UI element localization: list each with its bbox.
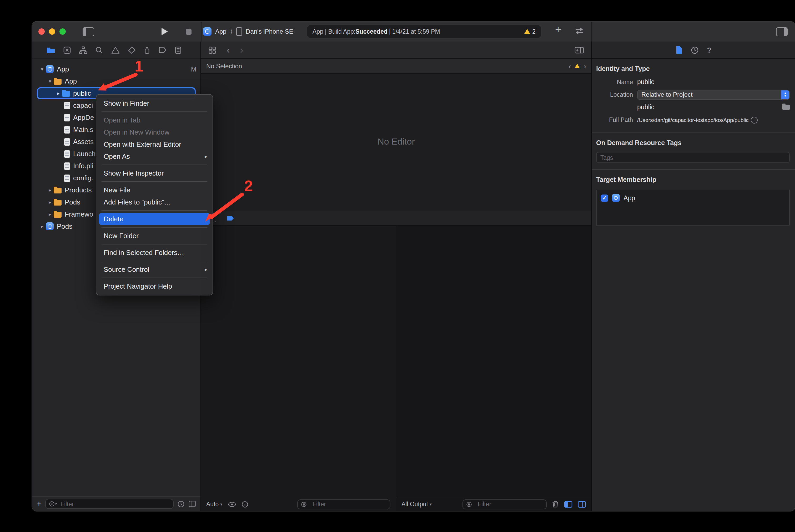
menu-item-open-in-tab: Open in Tab — [96, 114, 213, 126]
menu-item-new-folder[interactable]: New Folder — [96, 230, 213, 242]
variables-filter-input[interactable] — [311, 500, 387, 508]
breakpoint-navigator-icon[interactable] — [158, 46, 167, 54]
filter-icon — [49, 501, 57, 507]
code-review-button[interactable] — [574, 27, 584, 35]
related-items-icon[interactable] — [209, 46, 216, 54]
run-button[interactable] — [162, 28, 168, 35]
history-inspector-tab[interactable] — [690, 46, 699, 54]
project-navigator-icon[interactable] — [46, 46, 55, 54]
modified-badge: M — [191, 65, 196, 73]
tree-row-label: Pods — [65, 198, 80, 206]
folder-row: public — [592, 101, 795, 114]
variables-scope-popup[interactable]: Auto ▾ — [206, 501, 222, 507]
toolbar-divider — [201, 22, 201, 41]
scheme-selector[interactable]: App ⟩ Dan's iPhone SE — [203, 27, 293, 36]
app-scheme-icon — [203, 27, 212, 36]
location-popup[interactable]: Relative to Project ▲ ▼ — [637, 90, 790, 100]
target-section-header: Target Membership — [592, 169, 795, 187]
quick-help-inspector-tab[interactable]: ? — [707, 46, 711, 54]
recent-files-icon[interactable] — [177, 500, 185, 508]
activity-view[interactable]: App | Build App: Succeeded | 1/4/21 at 5… — [307, 25, 541, 38]
name-value[interactable]: public — [637, 78, 654, 86]
navigator-toggle-button[interactable] — [83, 27, 94, 36]
menu-item-delete[interactable]: Delete — [99, 213, 210, 225]
disclosure-icon[interactable]: ▸ — [46, 187, 54, 193]
menu-item-open-as[interactable]: Open As▸ — [96, 150, 213, 163]
next-issue-button[interactable]: › — [584, 62, 586, 70]
variables-filter-field[interactable] — [297, 499, 391, 509]
warning-badge[interactable]: 2 — [524, 28, 536, 35]
editor-toolbar: ‹ › — [201, 41, 591, 59]
menu-separator — [102, 182, 207, 182]
editor-pane: ‹ › No Selection ‹ › No Editor — [201, 41, 591, 511]
menu-item-source-control[interactable]: Source Control▸ — [96, 263, 213, 276]
show-variables-pane-icon[interactable] — [564, 501, 573, 508]
inspector-pane: ? Identity and Type Name public Location… — [591, 41, 795, 511]
previous-issue-button[interactable]: ‹ — [568, 62, 571, 70]
menu-separator — [102, 210, 207, 211]
clear-console-trash-icon[interactable] — [552, 500, 559, 508]
tree-row-label: Launch — [73, 150, 95, 158]
report-navigator-icon[interactable] — [175, 46, 182, 54]
chevron-down-icon: ▾ — [220, 502, 222, 507]
source-control-navigator-icon[interactable] — [63, 46, 71, 54]
console-filter-input[interactable] — [477, 500, 543, 508]
source-control-filter-icon[interactable] — [188, 500, 196, 507]
file-inspector-tab[interactable] — [675, 46, 682, 54]
file-icon — [64, 150, 70, 157]
tree-row-label: Main.s — [73, 126, 93, 134]
iphone-icon — [236, 27, 242, 36]
disclosure-icon[interactable]: ▾ — [46, 78, 54, 84]
navigator-filter-bar: + — [32, 496, 200, 511]
file-icon — [64, 114, 70, 121]
show-console-pane-icon[interactable] — [578, 501, 586, 508]
file-icon — [64, 162, 70, 170]
menu-item-open-with-external-editor[interactable]: Open with External Editor — [96, 138, 213, 150]
file-icon — [64, 102, 70, 109]
menu-item-project-navigator-help[interactable]: Project Navigator Help — [96, 280, 213, 292]
disclosure-icon[interactable]: ▸ — [38, 223, 46, 229]
disclosure-icon[interactable]: ▸ — [55, 90, 62, 96]
popup-stepper-icon: ▲ ▼ — [781, 90, 789, 99]
disclosure-icon[interactable]: ▸ — [46, 199, 54, 205]
back-button[interactable]: ‹ — [227, 45, 230, 54]
add-file-button[interactable]: + — [36, 499, 41, 509]
inspector-toggle-button[interactable] — [776, 27, 788, 36]
toolbar-divider — [591, 22, 592, 41]
close-window-button[interactable] — [38, 28, 45, 35]
console-scope-popup[interactable]: All Output ▾ — [401, 501, 432, 507]
disclosure-icon[interactable]: ▾ — [38, 66, 46, 72]
name-row: Name public — [592, 76, 795, 88]
forward-button[interactable]: › — [240, 45, 243, 54]
target-checkbox[interactable]: ✓ — [601, 194, 608, 202]
tags-input[interactable] — [596, 152, 790, 163]
tree-row-label: config. — [73, 174, 93, 182]
target-row[interactable]: ✓ App — [597, 190, 789, 206]
chevron-down-icon: ▾ — [430, 502, 432, 507]
disclosure-icon[interactable]: ▸ — [46, 211, 54, 217]
quicklook-eye-icon[interactable] — [228, 501, 236, 507]
run-destination[interactable]: Dan's iPhone SE — [246, 28, 293, 35]
open-in-finder-icon[interactable]: → — [751, 116, 758, 123]
scope-label: All Output — [401, 501, 428, 507]
tree-row-label: Products — [65, 186, 92, 194]
filter-icon — [301, 501, 309, 507]
zoom-window-button[interactable] — [59, 28, 66, 35]
symbol-navigator-icon[interactable] — [79, 46, 87, 54]
annotation-arrow-2: 2 — [195, 173, 263, 229]
jump-bar[interactable]: No Selection ‹ › — [201, 59, 591, 74]
choose-folder-icon[interactable] — [782, 104, 790, 110]
full-path-label: Full Path — [596, 117, 633, 123]
navigator-filter-field[interactable] — [45, 499, 174, 509]
library-button[interactable]: + — [555, 24, 561, 36]
stop-button[interactable] — [186, 28, 192, 34]
info-icon[interactable] — [241, 501, 248, 508]
add-editor-icon[interactable] — [575, 46, 584, 53]
tree-row-label: capaci — [73, 101, 93, 109]
console-filter-field[interactable] — [463, 499, 547, 509]
minimize-window-button[interactable] — [49, 28, 55, 35]
file-icon — [64, 174, 70, 182]
menu-item-find-in-selected-folders[interactable]: Find in Selected Folders… — [96, 247, 213, 259]
submenu-arrow-icon: ▸ — [205, 153, 207, 159]
navigator-filter-input[interactable] — [59, 500, 170, 508]
